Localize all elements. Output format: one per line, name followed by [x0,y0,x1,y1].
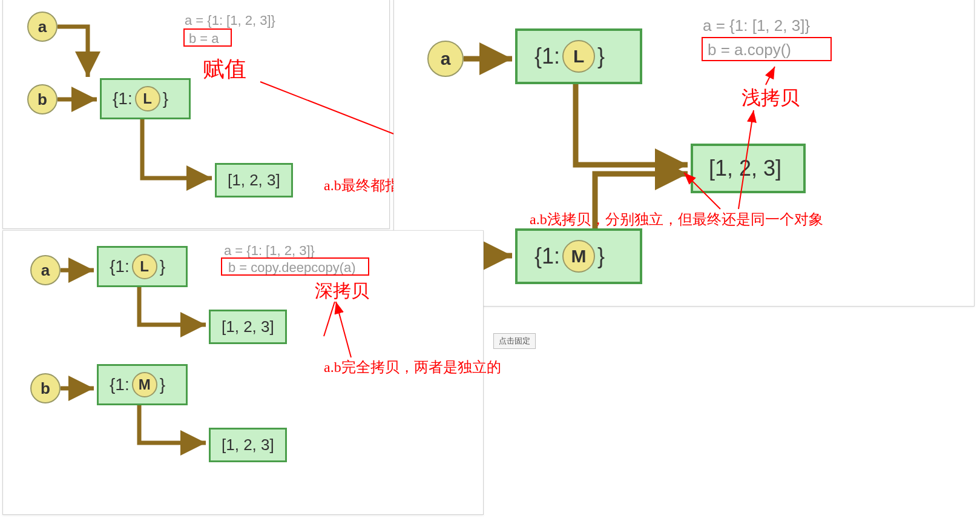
highlight-box [221,257,369,276]
var-a-circle: a [427,41,464,77]
list-box: [1, 2, 3] [691,144,806,193]
pin-button[interactable]: 点击固定 [493,333,536,349]
dict-box-b: {1: M } [97,364,188,405]
caption-deep: a.b完全拷贝，两者是独立的 [324,357,501,377]
highlight-box [183,28,232,47]
inner-ref-L-circle: L [132,254,157,279]
dict-box-a: {1: L } [97,246,188,287]
highlight-box [702,37,832,61]
title-deep: 深拷贝 [315,279,369,304]
title-shallow: 浅拷贝 [742,85,800,111]
dict-box: {1: L } [100,78,191,119]
dict-box-b: {1: M } [515,228,642,284]
list-box-2: [1, 2, 3] [209,428,287,462]
var-b-circle: b [30,373,61,403]
list-box: [1, 2, 3] [215,163,293,197]
code-line-1: a = {1: [1, 2, 3]} [185,13,275,28]
var-b-circle: b [27,84,58,114]
inner-ref-circle: L [135,86,160,111]
var-a-circle: a [27,12,58,42]
caption-shallow: a.b浅拷贝，分别独立，但最终还是同一个对象 [530,210,823,229]
code-line-1: a = {1: [1, 2, 3]} [703,16,810,35]
inner-ref-L-circle: L [562,40,595,73]
list-box-1: [1, 2, 3] [209,310,287,344]
inner-ref-M-circle: M [562,240,595,273]
inner-ref-M-circle: M [132,372,157,397]
var-a-circle: a [30,255,61,285]
code-line-1: a = {1: [1, 2, 3]} [224,243,315,259]
title-assignment: 赋值 [203,55,246,84]
dict-box-a: {1: L } [515,28,642,84]
